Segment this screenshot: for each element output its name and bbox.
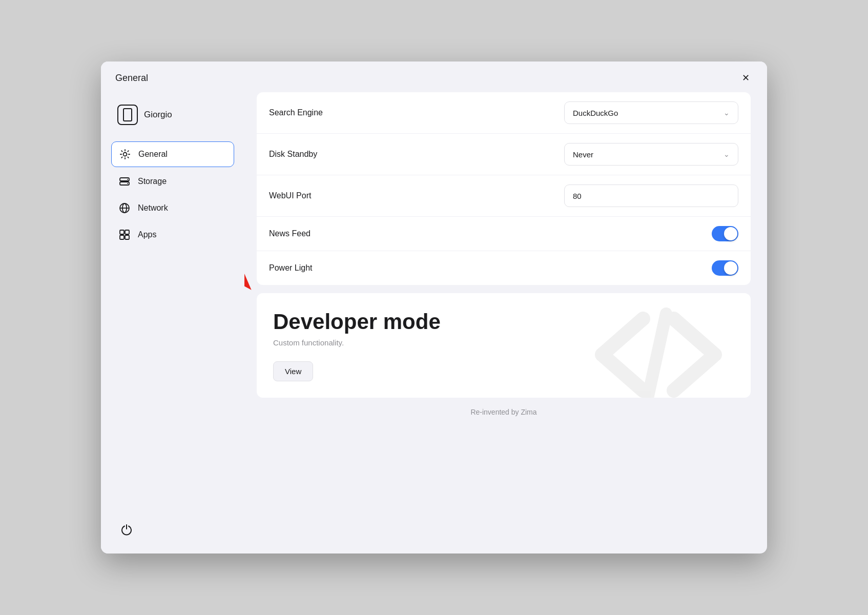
- chevron-down-icon: ⌄: [724, 109, 730, 117]
- power-button[interactable]: [117, 521, 136, 539]
- sidebar-item-storage[interactable]: Storage: [111, 169, 234, 194]
- webui-port-control: [564, 184, 738, 207]
- disk-standby-dropdown[interactable]: Never ⌄: [564, 143, 738, 166]
- search-engine-label: Search Engine: [269, 108, 323, 117]
- news-feed-control: [712, 226, 738, 241]
- network-icon: [118, 202, 131, 214]
- toggle-knob: [724, 227, 737, 240]
- chevron-down-icon-2: ⌄: [724, 150, 730, 158]
- storage-icon: [118, 175, 131, 188]
- svg-point-3: [127, 179, 128, 180]
- sidebar-item-network[interactable]: Network: [111, 196, 234, 220]
- disk-standby-value: Never: [573, 150, 593, 159]
- disk-standby-row: Disk Standby Never ⌄: [257, 134, 751, 175]
- title-bar: General ✕: [101, 61, 767, 92]
- gear-icon: [119, 148, 131, 160]
- svg-point-0: [123, 153, 127, 156]
- toggle-knob-2: [724, 261, 737, 275]
- user-name: Giorgio: [144, 110, 172, 120]
- avatar: [117, 105, 138, 125]
- developer-mode-card: Developer mode Custom functionality. Vie…: [257, 293, 751, 398]
- footer-text: Re-invented by Zima: [470, 408, 536, 416]
- disk-standby-control: Never ⌄: [564, 143, 738, 166]
- developer-mode-subtitle: Custom functionality.: [273, 338, 734, 347]
- settings-window: General ✕ Giorgio General: [101, 61, 767, 554]
- main-content: Search Engine DuckDuckGo ⌄ Disk Standby …: [244, 92, 767, 554]
- avatar-icon: [123, 108, 132, 121]
- search-engine-value: DuckDuckGo: [573, 109, 618, 117]
- news-feed-label: News Feed: [269, 229, 311, 238]
- sidebar-item-network-label: Network: [138, 203, 168, 213]
- user-section: Giorgio: [111, 100, 234, 129]
- close-button[interactable]: ✕: [738, 71, 753, 85]
- search-engine-dropdown[interactable]: DuckDuckGo ⌄: [564, 101, 738, 124]
- svg-point-4: [127, 183, 128, 184]
- sidebar-item-general[interactable]: General: [111, 141, 234, 167]
- power-light-control: [712, 260, 738, 276]
- sidebar-bottom: [111, 515, 234, 545]
- webui-port-input[interactable]: [564, 184, 738, 207]
- search-disk-card: Search Engine DuckDuckGo ⌄ Disk Standby …: [257, 92, 751, 285]
- view-button[interactable]: View: [273, 361, 313, 381]
- svg-rect-11: [125, 235, 129, 239]
- search-engine-control: DuckDuckGo ⌄: [564, 101, 738, 124]
- sidebar-item-general-label: General: [138, 150, 168, 159]
- search-engine-row: Search Engine DuckDuckGo ⌄: [257, 92, 751, 134]
- disk-standby-label: Disk Standby: [269, 150, 317, 159]
- sidebar-item-apps[interactable]: Apps: [111, 222, 234, 247]
- power-light-label: Power Light: [269, 263, 313, 273]
- sidebar-item-storage-label: Storage: [138, 177, 167, 186]
- webui-port-label: WebUI Port: [269, 191, 311, 200]
- apps-icon: [118, 229, 131, 241]
- power-light-toggle[interactable]: [712, 260, 738, 276]
- news-feed-row: News Feed: [257, 217, 751, 251]
- developer-mode-title: Developer mode: [273, 310, 734, 334]
- svg-rect-9: [125, 230, 129, 234]
- svg-rect-8: [120, 230, 124, 234]
- sidebar: Giorgio General: [101, 92, 244, 554]
- news-feed-toggle[interactable]: [712, 226, 738, 241]
- window-title: General: [115, 73, 148, 84]
- svg-rect-10: [120, 235, 124, 239]
- webui-port-row: WebUI Port: [257, 175, 751, 217]
- footer: Re-invented by Zima: [257, 398, 751, 426]
- content-area: Giorgio General: [101, 92, 767, 554]
- sidebar-item-apps-label: Apps: [138, 230, 156, 239]
- power-light-row: Power Light: [257, 251, 751, 285]
